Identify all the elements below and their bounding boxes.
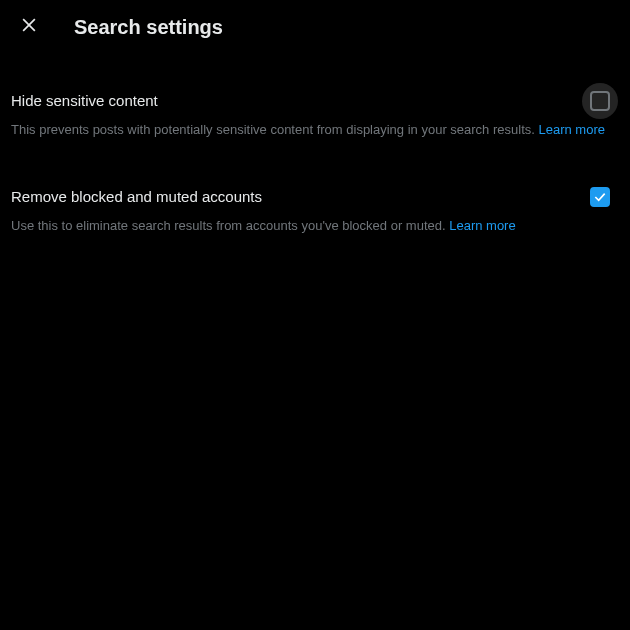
setting-remove-blocked: Remove blocked and muted accounts Use th… (0, 168, 630, 246)
checkbox-unchecked-icon (590, 91, 610, 111)
checkbox-checked-icon (590, 187, 610, 207)
setting-title-remove-blocked: Remove blocked and muted accounts (11, 187, 568, 207)
setting-desc-text: Use this to eliminate search results fro… (11, 218, 449, 233)
checkbox-remove-blocked[interactable] (582, 179, 618, 215)
learn-more-link-remove-blocked[interactable]: Learn more (449, 218, 515, 233)
close-button[interactable] (12, 10, 46, 44)
checkbox-hide-sensitive[interactable] (582, 83, 618, 119)
setting-desc-hide-sensitive: This prevents posts with potentially sen… (11, 121, 618, 139)
modal-header: Search settings (0, 0, 630, 54)
setting-hide-sensitive: Hide sensitive content This prevents pos… (0, 72, 630, 150)
setting-desc-text: This prevents posts with potentially sen… (11, 122, 538, 137)
learn-more-link-hide-sensitive[interactable]: Learn more (538, 122, 604, 137)
setting-desc-remove-blocked: Use this to eliminate search results fro… (11, 217, 618, 235)
setting-title-hide-sensitive: Hide sensitive content (11, 91, 568, 111)
page-title: Search settings (74, 16, 223, 39)
close-icon (19, 15, 39, 39)
